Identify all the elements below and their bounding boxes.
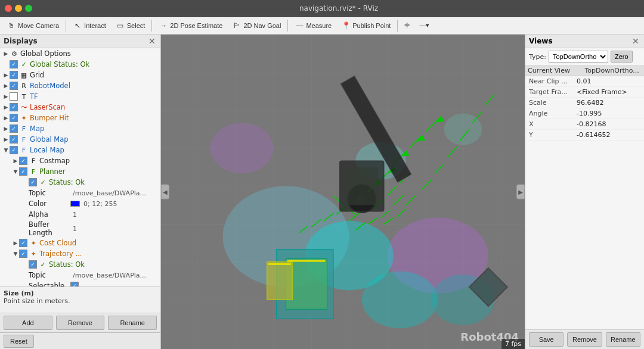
- arrow-icon: ▶: [2, 94, 10, 99]
- checkbox[interactable]: ✓: [10, 114, 18, 122]
- checkbox[interactable]: ✓: [19, 157, 27, 165]
- list-item[interactable]: ▼ ✓ F Local Map: [0, 145, 160, 155]
- info-title: Size (m): [4, 289, 157, 297]
- checkbox[interactable]: [10, 92, 18, 101]
- list-item[interactable]: ▶ ✓ ✦ Cost Cloud: [0, 238, 160, 248]
- select-button[interactable]: ▭ Select: [112, 18, 150, 33]
- list-item[interactable]: ▼ ✓ F Planner: [0, 166, 160, 177]
- list-item[interactable]: ▶ ✓ F Costmap: [0, 155, 160, 166]
- list-item[interactable]: Topic /move_base/DWAPla...: [0, 270, 160, 281]
- arrow-icon: ▶: [12, 240, 19, 246]
- svg-rect-47: [267, 262, 292, 300]
- arrow-icon: ▶: [2, 136, 10, 142]
- checkbox[interactable]: ✓: [19, 167, 27, 176]
- list-item[interactable]: ✓ ✓ Status: Ok: [0, 177, 160, 188]
- left-panel-collapse[interactable]: ◀: [161, 185, 169, 200]
- scale-value: 96.6482: [577, 99, 604, 107]
- tree-area[interactable]: ▶ ⚙ Global Options ✓ ✓ Global Status: Ok…: [0, 48, 160, 286]
- views-table-header: Current View TopDownOrtho...: [525, 66, 644, 76]
- views-remove-button[interactable]: Remove: [567, 332, 602, 347]
- list-item[interactable]: Alpha 1: [0, 209, 160, 220]
- checkbox[interactable]: ✓: [10, 146, 18, 154]
- 2d-nav-label: 2D Nav Goal: [243, 22, 281, 29]
- views-close-button[interactable]: ✕: [631, 36, 640, 46]
- arrow-icon: ▶: [2, 72, 10, 78]
- target-frame-label: Target Fra…: [529, 88, 577, 96]
- remove-button[interactable]: Remove: [56, 316, 105, 330]
- local-map-icon: F: [19, 147, 29, 154]
- list-item[interactable]: ▶ ✓ ✦ Bumper Hit: [0, 113, 160, 123]
- list-item[interactable]: ▶ ✓ F Map: [0, 123, 160, 134]
- views-header: Views ✕: [525, 35, 644, 48]
- list-item[interactable]: ✓ ✓ Status: Ok: [0, 259, 160, 270]
- color-label: Color: [29, 200, 70, 208]
- selectable-checkbox[interactable]: ✓: [70, 282, 79, 286]
- laser-icon: 〜: [19, 103, 29, 112]
- checkbox[interactable]: ✓: [10, 60, 18, 68]
- zero-button[interactable]: Zero: [611, 51, 633, 63]
- list-item[interactable]: Color 0; 12; 255: [0, 198, 160, 209]
- checkbox[interactable]: ✓: [29, 260, 37, 269]
- list-item[interactable]: ▼ ✓ ✦ Trajectory ...: [0, 248, 160, 259]
- 2d-nav-button[interactable]: 🏳 2D Nav Goal: [228, 18, 285, 33]
- checkbox[interactable]: ✓: [10, 135, 18, 144]
- maximize-button[interactable]: [25, 5, 32, 12]
- extra-plus-button[interactable]: ✛: [400, 18, 414, 33]
- window-controls: [5, 5, 32, 12]
- global-status-label: Global Status: Ok: [30, 60, 160, 68]
- list-item[interactable]: Buffer Length 1: [0, 220, 160, 238]
- interact-button[interactable]: ↖ Interact: [69, 18, 110, 33]
- close-button[interactable]: [5, 5, 12, 12]
- prop-row: X -0.82168: [525, 119, 644, 130]
- displays-close-button[interactable]: ✕: [147, 36, 157, 46]
- cost-cloud-label: Cost Cloud: [39, 239, 160, 247]
- traj-status-icon: ✓: [38, 261, 48, 269]
- topic-value: /move_base/DWAPla...: [73, 189, 146, 197]
- x-value: -0.82168: [577, 120, 606, 128]
- publish-point-button[interactable]: 📍 Publish Point: [337, 18, 395, 33]
- reset-button[interactable]: Reset: [4, 335, 34, 348]
- scale-label: Scale: [529, 99, 577, 107]
- checkbox[interactable]: ✓: [10, 124, 18, 133]
- list-item[interactable]: ▶ ✓ R RobotModel: [0, 80, 160, 91]
- viewport[interactable]: ◀ ▶ Robot404 7 fps: [161, 35, 525, 349]
- right-panel-collapse[interactable]: ▶: [516, 185, 525, 200]
- add-button[interactable]: Add: [4, 316, 52, 330]
- list-item[interactable]: ✓ ✓ Global Status: Ok: [0, 59, 160, 70]
- buffer-value: 1: [73, 225, 77, 233]
- views-save-button[interactable]: Save: [529, 332, 564, 347]
- list-item[interactable]: ▶ ⚙ Global Options: [0, 48, 160, 59]
- trajectory-icon: ✦: [29, 250, 38, 258]
- bottom-bar: Add Remove Rename: [0, 313, 160, 332]
- checkbox[interactable]: ✓: [10, 71, 18, 79]
- checkbox[interactable]: ✓: [29, 178, 37, 186]
- checkbox[interactable]: ✓: [10, 82, 18, 90]
- 2d-pose-button[interactable]: → 2D Pose Estimate: [154, 18, 227, 33]
- type-select[interactable]: TopDownOrtho Orbit FPS: [549, 51, 608, 63]
- svg-rect-48: [268, 263, 291, 265]
- near-clip-value: 0.01: [577, 77, 592, 85]
- x-label: X: [529, 120, 577, 128]
- toolbar: 🖱 Move Camera ↖ Interact ▭ Select → 2D P…: [0, 17, 644, 35]
- color-swatch[interactable]: [70, 201, 80, 207]
- rename-button[interactable]: Rename: [108, 316, 157, 330]
- status-icon: ✓: [19, 61, 29, 68]
- list-item[interactable]: ▶ ✓ ▦ Grid: [0, 70, 160, 80]
- traj-topic-label: Topic: [29, 271, 70, 279]
- list-item[interactable]: ▶ ✓ F Global Map: [0, 134, 160, 145]
- move-camera-button[interactable]: 🖱 Move Camera: [2, 18, 63, 33]
- checkbox[interactable]: ✓: [19, 250, 27, 258]
- measure-button[interactable]: — Measure: [290, 18, 336, 33]
- extra-minus-button[interactable]: —▾: [415, 18, 434, 33]
- separator-3: [287, 20, 288, 32]
- list-item[interactable]: ▶ ✓ 〜 LaserScan: [0, 102, 160, 113]
- list-item[interactable]: ▶ T TF: [0, 91, 160, 102]
- checkbox[interactable]: ✓: [19, 239, 27, 247]
- checkbox[interactable]: ✓: [10, 103, 18, 111]
- views-rename-button[interactable]: Rename: [606, 332, 640, 347]
- y-value: -0.614652: [577, 131, 610, 139]
- list-item[interactable]: Topic /move_base/DWAPla...: [0, 188, 160, 198]
- list-item[interactable]: Selectable ✓: [0, 281, 160, 286]
- minimize-button[interactable]: [15, 5, 22, 12]
- svg-rect-54: [346, 167, 377, 205]
